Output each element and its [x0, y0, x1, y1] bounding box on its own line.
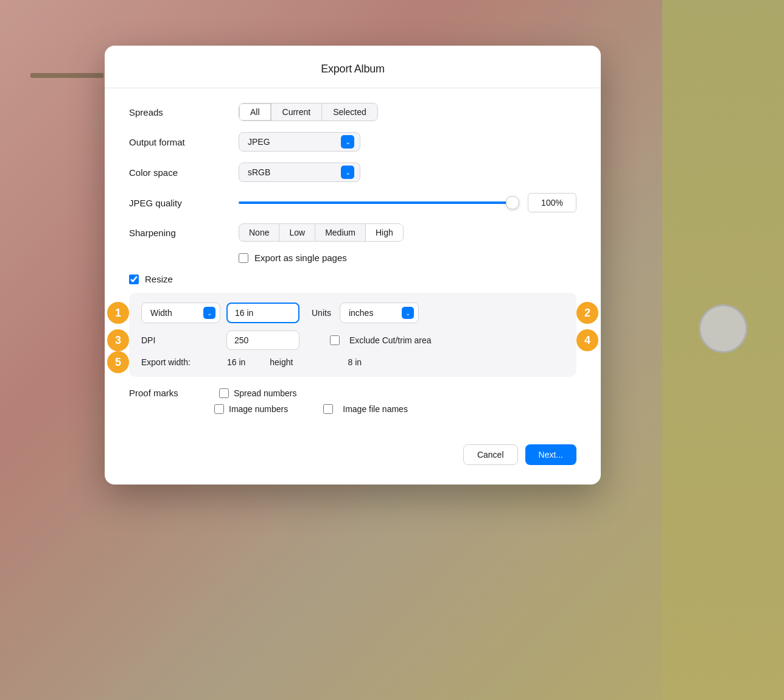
color-space-controls: sRGB Adobe RGB P3 ⌄ [239, 163, 576, 182]
color-space-label: Color space [129, 167, 239, 178]
badge-3: 3 [107, 329, 129, 351]
single-pages-row: Export as single pages [129, 253, 576, 263]
output-format-label: Output format [129, 137, 239, 147]
export-height-label: height [270, 357, 293, 367]
spreads-label: Spreads [129, 107, 239, 117]
cancel-button[interactable]: Cancel [463, 444, 518, 465]
sharpening-high-button[interactable]: High [366, 224, 403, 241]
sharpening-medium-button[interactable]: Medium [315, 224, 366, 241]
next-button[interactable]: Next... [525, 444, 576, 465]
badge-1: 1 [107, 302, 129, 324]
resize-dpi-row: 3 DPI Exclude Cut/trim area 4 [141, 331, 564, 350]
export-width-value: 16 in [227, 357, 245, 367]
jpeg-quality-label: JPEG quality [129, 198, 239, 208]
sharpening-row: Sharpening None Low Medium High [129, 223, 576, 242]
output-format-controls: JPEG PNG PDF TIFF ⌄ [239, 132, 576, 152]
image-file-names-label: Image file names [343, 404, 408, 414]
output-format-select[interactable]: JPEG PNG PDF TIFF [239, 132, 360, 152]
sharpening-segmented: None Low Medium High [239, 223, 404, 242]
jpeg-quality-slider-wrapper [239, 193, 576, 212]
spreads-segmented: All Current Selected [239, 103, 378, 121]
resize-checkbox[interactable] [129, 275, 139, 284]
spreads-selected-button[interactable]: Selected [322, 103, 377, 121]
image-file-names-checkbox[interactable] [323, 404, 333, 414]
badge-4: 4 [576, 329, 598, 351]
jpeg-quality-value[interactable] [528, 193, 576, 212]
color-space-select[interactable]: sRGB Adobe RGB P3 [239, 163, 360, 182]
spreads-all-button[interactable]: All [239, 103, 271, 121]
resize-row: Resize [129, 274, 576, 284]
resize-label: Resize [145, 274, 173, 284]
width-type-select[interactable]: Width Height Long Edge Short Edge [141, 303, 220, 323]
width-type-select-wrapper: Width Height Long Edge Short Edge ⌄ [141, 303, 220, 323]
output-format-row: Output format JPEG PNG PDF TIFF ⌄ [129, 132, 576, 152]
spreads-row: Spreads All Current Selected [129, 103, 576, 121]
dialog-title: Export Album [321, 63, 385, 75]
spreads-controls: All Current Selected [239, 103, 576, 121]
sharpening-low-button[interactable]: Low [279, 224, 315, 241]
image-numbers-checkbox[interactable] [214, 404, 224, 414]
output-format-select-wrapper: JPEG PNG PDF TIFF ⌄ [239, 132, 360, 152]
resize-box: 1 Width Height Long Edge Short Edge ⌄ Un… [129, 293, 576, 377]
single-pages-checkbox[interactable] [239, 253, 248, 263]
proof-marks-section: Proof marks Spread numbers Image numbers… [129, 388, 576, 414]
exclude-cut-trim-wrapper: Exclude Cut/trim area [330, 335, 432, 345]
spreads-current-button[interactable]: Current [271, 103, 323, 121]
dialog-footer: Cancel Next... [105, 435, 601, 465]
export-height-value: 8 in [348, 357, 362, 367]
sharpening-controls: None Low Medium High [239, 223, 576, 242]
image-numbers-label: Image numbers [229, 404, 288, 414]
badge-5: 5 [107, 351, 129, 373]
dialog-header: Export Album [105, 46, 601, 88]
exclude-cut-trim-checkbox[interactable] [330, 335, 340, 345]
color-space-row: Color space sRGB Adobe RGB P3 ⌄ [129, 163, 576, 182]
units-label: Units [312, 308, 331, 318]
exclude-cut-trim-label: Exclude Cut/trim area [349, 335, 432, 345]
jpeg-quality-slider[interactable] [239, 201, 519, 204]
export-width-label: Export width: [141, 357, 191, 367]
resize-export-info-row: 5 Export width: 16 in height 8 in [141, 357, 564, 367]
single-pages-label: Export as single pages [254, 253, 347, 263]
color-space-select-wrapper: sRGB Adobe RGB P3 ⌄ [239, 163, 360, 182]
proof-marks-label: Proof marks [129, 388, 214, 398]
resize-dim-row: 1 Width Height Long Edge Short Edge ⌄ Un… [141, 303, 564, 323]
proof-marks-row1: Proof marks Spread numbers [129, 388, 576, 398]
jpeg-quality-row: JPEG quality [129, 193, 576, 212]
units-select[interactable]: inches cm mm px [340, 303, 419, 323]
dimension-value-input[interactable] [226, 303, 299, 323]
units-select-wrapper: inches cm mm px ⌄ [340, 303, 419, 323]
dialog-body: Spreads All Current Selected Output form… [105, 88, 601, 435]
dpi-label: DPI [141, 335, 220, 345]
sharpening-none-button[interactable]: None [239, 224, 279, 241]
spread-numbers-label: Spread numbers [234, 388, 297, 398]
badge-2: 2 [576, 302, 598, 324]
spread-numbers-checkbox[interactable] [219, 388, 229, 398]
proof-marks-row2: Image numbers Image file names [129, 404, 576, 414]
dpi-value-input[interactable] [226, 331, 299, 350]
export-album-dialog: Export Album Spreads All Current Selecte… [105, 46, 601, 485]
sharpening-label: Sharpening [129, 228, 239, 238]
